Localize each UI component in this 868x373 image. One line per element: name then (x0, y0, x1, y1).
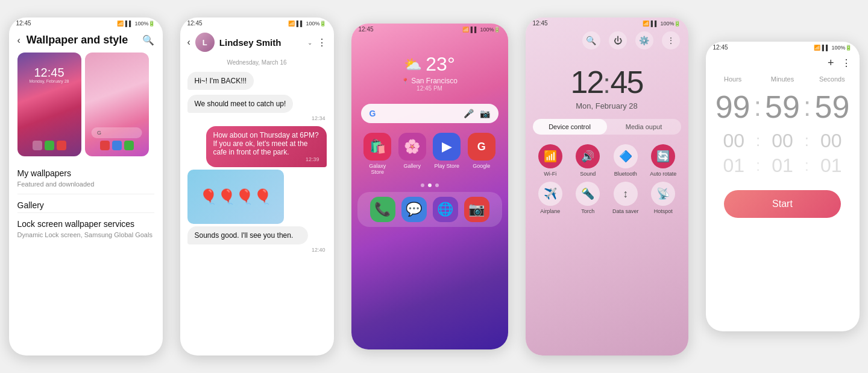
timer-add-button[interactable]: + (828, 57, 834, 69)
seconds-label: Seconds (811, 75, 853, 83)
home-icon-3 (124, 141, 134, 150)
time-3: 12:45 (359, 26, 374, 33)
home-search-bar[interactable]: G 🎤 📷 (361, 104, 498, 123)
wallpaper-header: ‹ Wallpaper and style 🔍 (9, 29, 163, 50)
qs-minute: 45 (611, 64, 643, 100)
tab-device-control[interactable]: Device control (533, 119, 607, 135)
toggle-bluetooth[interactable]: 🔷 Bluetooth (609, 144, 643, 177)
lock-screen-time: 12:45 (34, 66, 64, 80)
wallpaper-thumb-left[interactable]: 12:45 Monday, February 28 (17, 53, 81, 156)
toggle-sound[interactable]: 🔊 Sound (571, 144, 605, 177)
toggle-wifi[interactable]: 📶 Wi-Fi (534, 144, 567, 177)
tab-media-output[interactable]: Media ouput (607, 119, 681, 135)
qs-action-icons: 🔍 ⏻ ⚙️ ⋮ (526, 29, 688, 52)
qs-search-button[interactable]: 🔍 (582, 31, 600, 49)
qs-date: Mon, February 28 (526, 101, 688, 110)
gallery-label: Gallery (403, 163, 421, 169)
status-bar-5: 12:45 📶 ▌▌ 100%🔋 (706, 42, 860, 53)
search-button[interactable]: 🔍 (142, 34, 154, 46)
torch-toggle-icon: 🔦 (576, 182, 600, 206)
galaxy-store-label: Galaxy Store (363, 163, 392, 175)
toggle-autorotate[interactable]: 🔄 Auto rotate (647, 144, 680, 177)
dock-internet[interactable]: 🌐 (433, 197, 458, 222)
signal-icon-4: ▌▌ (651, 21, 659, 27)
wifi-icon-2: 📶 (288, 21, 295, 27)
qs-tabs: Device control Media ouput (533, 119, 681, 135)
back-button[interactable]: ‹ (17, 35, 20, 46)
home-search-bar: G (91, 127, 142, 138)
timer-start-button[interactable]: Start (724, 190, 841, 218)
autorotate-toggle-label: Auto rotate (650, 171, 676, 177)
toggle-hotspot[interactable]: 📡 Hotspot (647, 182, 680, 214)
weather-location: 📍 San Francisco (401, 77, 458, 85)
home-icon-1 (100, 141, 110, 150)
search-g-mini: G (97, 130, 101, 136)
hours-label: Hours (712, 75, 754, 83)
colon-spacer-1 (754, 75, 761, 83)
contact-name: Lindsey Smith (219, 37, 303, 48)
timer-seconds-sub: 00 (809, 130, 854, 152)
my-wallpapers-section[interactable]: My wallpapers (9, 162, 163, 180)
qs-settings-button[interactable]: ⚙️ (635, 31, 653, 49)
minutes-label: Minutes (761, 75, 804, 83)
phone-home: 12:45 📶 ▌▌ 100%🔋 ⛅ 23° 📍 San Francisco 1… (351, 24, 508, 349)
section1-label: My wallpapers (17, 168, 71, 178)
wifi-icon-4: 📶 (643, 21, 649, 27)
message-header: ‹ L Lindsey Smith ⌄ ⋮ (180, 29, 334, 56)
phone-icon: 📞 (370, 197, 395, 222)
timer-hours-sub2: 01 (712, 155, 756, 177)
sound-toggle-icon: 🔊 (576, 144, 600, 168)
timer-column-labels: Hours Minutes Seconds (706, 73, 860, 85)
search-right-icons: 🎤 📷 (464, 109, 490, 118)
colon-spacer-2 (804, 75, 811, 83)
bluetooth-toggle-icon: 🔷 (614, 144, 638, 168)
qs-power-button[interactable]: ⏻ (609, 31, 627, 49)
dock-messages[interactable]: 💬 (401, 197, 427, 222)
message-row-1: Hi~! I'm BACK!!! (180, 69, 334, 92)
app-play-store[interactable]: ▶ Play Store (433, 133, 462, 175)
message-date: Wednesday, March 16 (180, 56, 334, 69)
qs-more-button[interactable]: ⋮ (662, 31, 680, 49)
microphone-icon[interactable]: 🎤 (464, 109, 474, 118)
qs-hour: 12 (571, 64, 603, 100)
app-galaxy-store[interactable]: 🛍️ Galaxy Store (363, 133, 392, 175)
app-gallery[interactable]: 🌸 Gallery (398, 133, 427, 175)
dock-camera[interactable]: 📷 (464, 197, 489, 222)
battery-icon-5: 100%🔋 (831, 45, 852, 51)
section1-sub: Featured and downloaded (9, 180, 163, 194)
messages-back-button[interactable]: ‹ (187, 37, 190, 48)
mini-icon-3 (57, 141, 66, 150)
app-grid: 🛍️ Galaxy Store 🌸 Gallery ▶ Play Store G… (351, 129, 508, 179)
status-bar-4: 12:45 📶 ▌▌ 100%🔋 (526, 18, 688, 29)
incoming-bubble-3: Sounds good. I'll see you then. (187, 226, 308, 244)
toggle-datasaver[interactable]: ↕ Data saver (609, 182, 643, 214)
phone-wallpaper: 12:45 📶 ▌▌ 100%🔋 ‹ Wallpaper and style 🔍… (9, 18, 163, 355)
battery-icon: 100%🔋 (134, 21, 155, 27)
app-google[interactable]: G Google (467, 133, 496, 175)
hotspot-toggle-icon: 📡 (651, 182, 675, 206)
dock-phone[interactable]: 📞 (370, 197, 395, 222)
timer-more-button[interactable]: ⋮ (841, 57, 851, 69)
messages-more-button[interactable]: ⋮ (317, 37, 327, 48)
weather-row: ⛅ 23° (404, 53, 454, 75)
gallery-section[interactable]: Gallery (9, 194, 163, 212)
google-icon: G (468, 133, 495, 161)
qs-toggle-grid: 📶 Wi-Fi 🔊 Sound 🔷 Bluetooth 🔄 Auto rotat… (526, 141, 688, 218)
wifi-toggle-icon: 📶 (538, 144, 562, 168)
battery-icon-2: 100%🔋 (306, 21, 326, 27)
battery-icon-3: 100%🔋 (480, 27, 500, 33)
signal-icon-5: ▌▌ (822, 45, 830, 51)
status-bar-3: 12:45 📶 ▌▌ 100%🔋 (351, 24, 508, 35)
status-icons-1: 📶 ▌▌ 100%🔋 (117, 21, 156, 27)
sound-toggle-label: Sound (580, 171, 596, 177)
camera-search-icon[interactable]: 📷 (480, 109, 490, 118)
play-store-icon: ▶ (433, 133, 461, 161)
datasaver-toggle-label: Data saver (612, 208, 639, 214)
timer-sub-colon-1: : (756, 132, 760, 150)
status-icons-3: 📶 ▌▌ 100%🔋 (462, 27, 501, 33)
lock-screen-services-section[interactable]: Lock screen wallpaper services (9, 213, 163, 231)
toggle-torch[interactable]: 🔦 Torch (571, 182, 605, 214)
galaxy-store-icon: 🛍️ (363, 133, 391, 161)
toggle-airplane[interactable]: ✈️ Airplane (534, 182, 567, 214)
wallpaper-thumb-right[interactable]: G (85, 53, 149, 156)
